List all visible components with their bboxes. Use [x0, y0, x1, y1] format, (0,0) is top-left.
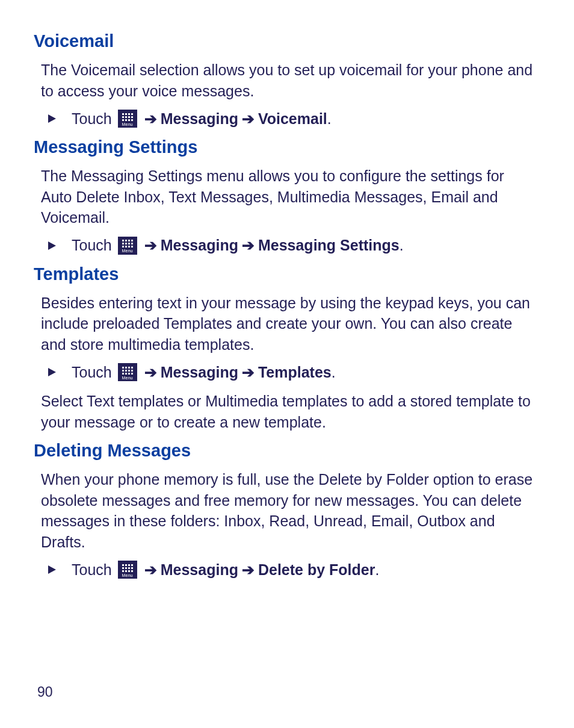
menu-icon-label: Menu [122, 249, 133, 253]
menu-icon-label: Menu [122, 573, 133, 577]
play-triangle-icon [48, 565, 56, 574]
body-voicemail: The Voicemail selection allows you to se… [41, 60, 538, 101]
arrow-icon: ➔ [144, 561, 157, 579]
body-templates-1: Besides entering text in your message by… [41, 293, 538, 355]
step-messaging-settings: Touch Menu ➔ Messaging ➔ Messaging Setti… [48, 237, 538, 255]
play-triangle-icon [48, 241, 56, 250]
arrow-icon: ➔ [242, 561, 255, 579]
path-messaging: Messaging [161, 561, 238, 579]
path-messaging: Messaging [161, 237, 238, 254]
heading-messaging-settings: Messaging Settings [34, 137, 538, 157]
body-deleting-messages: When your phone memory is full, use the … [41, 469, 538, 552]
arrow-icon: ➔ [242, 110, 255, 128]
touch-label: Touch [72, 364, 112, 381]
arrow-icon: ➔ [242, 237, 255, 254]
heading-templates: Templates [34, 264, 538, 284]
body-templates-2: Select Text templates or Multimedia temp… [41, 391, 538, 432]
menu-icon: Menu [118, 237, 137, 255]
path-messaging-settings: Messaging Settings [258, 237, 400, 254]
path-messaging: Messaging [161, 364, 238, 381]
path-templates: Templates [258, 364, 332, 381]
step-templates: Touch Menu ➔ Messaging ➔ Templates. [48, 363, 538, 381]
path-messaging: Messaging [161, 110, 238, 128]
menu-icon: Menu [118, 363, 137, 381]
arrow-icon: ➔ [144, 364, 157, 381]
play-triangle-icon [48, 368, 56, 376]
page-number: 90 [37, 684, 53, 700]
touch-label: Touch [72, 561, 112, 579]
touch-label: Touch [72, 237, 112, 254]
menu-icon: Menu [118, 110, 137, 128]
touch-label: Touch [72, 110, 112, 128]
menu-icon-label: Menu [122, 122, 133, 126]
arrow-icon: ➔ [242, 364, 255, 381]
body-messaging-settings: The Messaging Settings menu allows you t… [41, 166, 538, 228]
heading-voicemail: Voicemail [34, 31, 538, 51]
step-voicemail: Touch Menu ➔ Messaging ➔ Voicemail. [48, 110, 538, 128]
document-page: Voicemail The Voicemail selection allows… [0, 0, 574, 728]
path-delete-by-folder: Delete by Folder [258, 561, 375, 579]
heading-deleting-messages: Deleting Messages [34, 441, 538, 461]
play-triangle-icon [48, 114, 56, 123]
arrow-icon: ➔ [144, 110, 157, 128]
menu-icon: Menu [118, 561, 137, 579]
menu-icon-label: Menu [122, 376, 133, 380]
path-voicemail: Voicemail [258, 110, 327, 128]
arrow-icon: ➔ [144, 237, 157, 254]
step-delete-by-folder: Touch Menu ➔ Messaging ➔ Delete by Folde… [48, 561, 538, 579]
